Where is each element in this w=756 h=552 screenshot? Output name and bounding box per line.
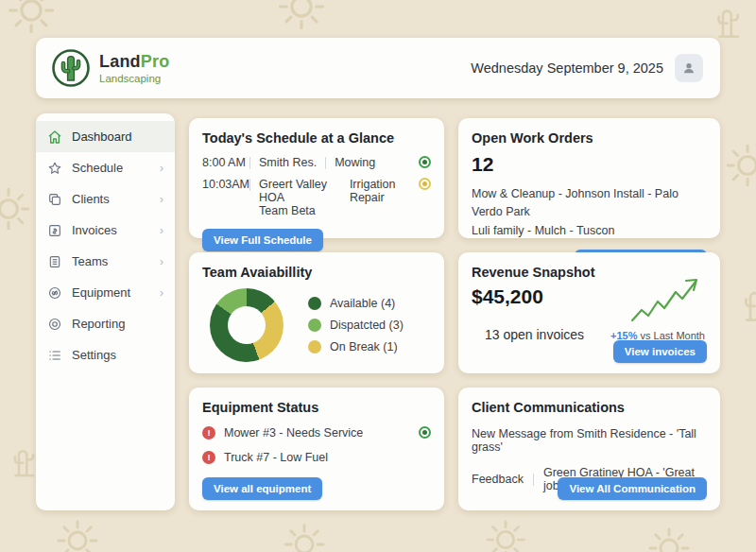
- brand-land: Land: [99, 52, 141, 71]
- person-icon: [681, 60, 696, 76]
- legend-label: On Break (1): [330, 340, 398, 354]
- sidebar-item-label: Clients: [72, 192, 110, 206]
- legend-swatch-on-break: [308, 340, 321, 354]
- schedule-task: Mowing: [335, 156, 375, 169]
- status-pending-icon: [419, 178, 431, 190]
- sidebar-item-teams[interactable]: Teams ›: [36, 246, 175, 277]
- user-avatar[interactable]: [675, 54, 703, 82]
- client-communications-card: Client Communications New Message from S…: [458, 388, 720, 510]
- schedule-time: 10:03AM: [202, 178, 249, 191]
- schedule-task: Irrigation Repair: [350, 178, 419, 204]
- clients-icon: [47, 192, 62, 207]
- equipment-icon: [47, 285, 62, 301]
- sidebar-item-settings[interactable]: Settings: [36, 339, 175, 371]
- schedule-card: Today's Schedule at a Glance 8:00 AM Smi…: [189, 118, 444, 238]
- brand-pro: Pro: [141, 52, 170, 71]
- chevron-right-icon: ›: [160, 256, 163, 267]
- card-title: Team Avaiabillity: [202, 265, 431, 280]
- sun-pattern-icon: [55, 518, 100, 552]
- communication-type: Feedback: [472, 473, 524, 486]
- card-title: Open Work Orders: [472, 130, 707, 146]
- work-orders-card: Open Work Orders 12 Mow & Cleanup - John…: [458, 118, 720, 238]
- invoices-icon: [47, 223, 62, 238]
- equipment-card: Equipment Status ! Mower #3 - Needs Serv…: [189, 388, 444, 510]
- sun-pattern-icon: [484, 518, 527, 552]
- equipment-text: Mower #3 - Needs Service: [224, 426, 363, 440]
- schedule-client: Greert Valley HOA: [259, 178, 338, 204]
- sun-pattern-icon: [646, 526, 692, 552]
- brand-logo: LandPro Landscaping: [51, 48, 169, 88]
- sidebar-item-label: Reporting: [72, 317, 125, 331]
- sun-pattern-icon: [282, 522, 327, 552]
- work-order-line: Luli family - Mulch - Tuscon: [472, 222, 707, 240]
- view-all-equipment-button[interactable]: View all equipment: [202, 477, 322, 500]
- sidebar-nav: Dashboard Schedule › Clients › Invoices …: [36, 113, 175, 510]
- separator: [325, 157, 326, 169]
- dashboard-page: LandPro Landscaping Wednesday September …: [0, 0, 756, 552]
- communication-line: New Message from Smith Residence - 'Tall…: [472, 427, 707, 454]
- open-work-orders-count: 12: [472, 153, 707, 176]
- sidebar-item-invoices[interactable]: Invoices ›: [36, 215, 175, 246]
- legend-item: Dispatcted (3): [308, 319, 404, 332]
- legend-label: Available (4): [330, 297, 395, 310]
- legend-label: Dispatcted (3): [330, 319, 404, 332]
- view-all-communication-button[interactable]: View All Communication: [558, 477, 707, 500]
- legend-item: Available (4): [308, 297, 404, 310]
- sidebar-item-reporting[interactable]: Reporting: [36, 308, 175, 339]
- separator: [533, 474, 534, 486]
- cactus-pattern-icon: [730, 284, 756, 325]
- view-full-schedule-button[interactable]: View Full Schedule: [202, 229, 323, 251]
- schedule-row: 8:00 AM Smith Res. Mowing: [202, 156, 431, 169]
- sidebar-item-label: Dashboard: [72, 129, 132, 144]
- sun-pattern-icon: [0, 185, 32, 233]
- star-icon: [47, 161, 62, 176]
- sidebar-item-label: Teams: [72, 254, 108, 268]
- current-date: Wednesday September 9, 2025: [471, 60, 663, 76]
- equipment-text: Truck #7 - Low Fuel: [224, 451, 328, 464]
- equipment-row: ! Mower #3 - Needs Service: [202, 426, 431, 440]
- trend-up-sparkline-icon: [629, 275, 703, 326]
- team-availability-card: Team Avaiabillity Available (4) Dispatct…: [189, 252, 444, 373]
- teams-icon: [47, 254, 62, 269]
- cactus-pattern-icon: [0, 442, 38, 480]
- chart-legend: Available (4) Dispatcted (3) On Break (1…: [308, 297, 404, 354]
- sidebar-item-equipment[interactable]: Equipment ›: [36, 277, 175, 308]
- status-on-track-icon: [419, 156, 431, 168]
- card-title: Equipment Status: [202, 400, 431, 415]
- schedule-row: 10:03AM Greert Valley HOA Irrigation Rep…: [202, 178, 431, 217]
- brand-text: LandPro Landscaping: [99, 53, 169, 84]
- donut-hole: [228, 306, 266, 344]
- separator: [249, 179, 250, 191]
- sidebar-item-label: Settings: [72, 348, 116, 362]
- status-ok-icon: [419, 426, 431, 439]
- alert-icon: !: [202, 426, 215, 440]
- brand-subtitle: Landscaping: [99, 73, 169, 84]
- chevron-right-icon: ›: [160, 225, 163, 236]
- team-availability-donut-chart: [210, 288, 284, 362]
- cactus-logo-icon: [51, 48, 91, 88]
- equipment-row: ! Truck #7 - Low Fuel: [202, 451, 431, 464]
- sidebar-item-label: Schedule: [72, 161, 123, 175]
- schedule-time: 8:00 AM: [202, 156, 249, 169]
- settings-icon: [47, 348, 62, 363]
- alert-icon: !: [202, 451, 215, 464]
- view-invoices-button[interactable]: View invoices: [613, 340, 707, 363]
- legend-item: On Break (1): [308, 340, 404, 354]
- chevron-right-icon: ›: [160, 194, 163, 205]
- sidebar-item-label: Invoices: [72, 223, 117, 237]
- card-title: Today's Schedule at a Glance: [202, 130, 431, 146]
- chevron-right-icon: ›: [160, 287, 163, 299]
- schedule-client: Smith Res.: [259, 156, 317, 169]
- legend-swatch-available: [308, 297, 321, 310]
- home-icon: [47, 129, 62, 145]
- sidebar-item-schedule[interactable]: Schedule ›: [36, 152, 175, 183]
- sidebar-item-clients[interactable]: Clients ›: [36, 183, 175, 215]
- sidebar-item-label: Equipment: [72, 285, 130, 300]
- chevron-right-icon: ›: [160, 163, 163, 174]
- card-title: Client Communications: [472, 400, 707, 415]
- sun-pattern-icon: [6, 0, 57, 36]
- sidebar-item-dashboard[interactable]: Dashboard: [36, 121, 175, 152]
- work-order-line: Mow & Cleanup - Johnson Install - Palo V…: [472, 185, 707, 222]
- separator: [249, 157, 250, 169]
- legend-swatch-dispatched: [308, 319, 321, 332]
